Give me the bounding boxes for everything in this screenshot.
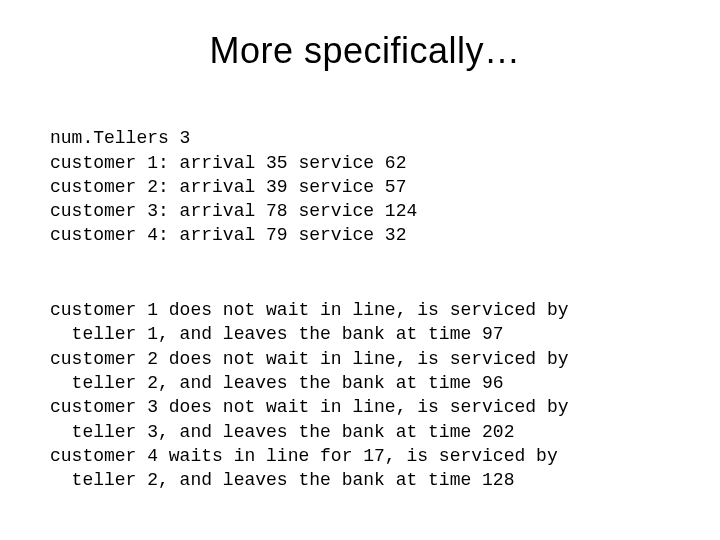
input-line: customer 4: arrival 79 service 32 [50,225,406,245]
slide-title: More specifically… [50,30,680,72]
output-line: customer 2 does not wait in line, is ser… [50,349,568,369]
output-line: teller 2, and leaves the bank at time 96 [50,373,504,393]
input-line: num.Tellers 3 [50,128,190,148]
input-block: num.Tellers 3 customer 1: arrival 35 ser… [50,102,680,248]
slide: More specifically… num.Tellers 3 custome… [0,0,720,540]
output-line: customer 3 does not wait in line, is ser… [50,397,568,417]
output-line: teller 1, and leaves the bank at time 97 [50,324,504,344]
input-line: customer 3: arrival 78 service 124 [50,201,417,221]
output-line: teller 2, and leaves the bank at time 12… [50,470,514,490]
output-line: customer 1 does not wait in line, is ser… [50,300,568,320]
output-line: teller 3, and leaves the bank at time 20… [50,422,514,442]
output-line: customer 4 waits in line for 17, is serv… [50,446,558,466]
output-block: customer 1 does not wait in line, is ser… [50,274,680,493]
input-line: customer 1: arrival 35 service 62 [50,153,406,173]
input-line: customer 2: arrival 39 service 57 [50,177,406,197]
